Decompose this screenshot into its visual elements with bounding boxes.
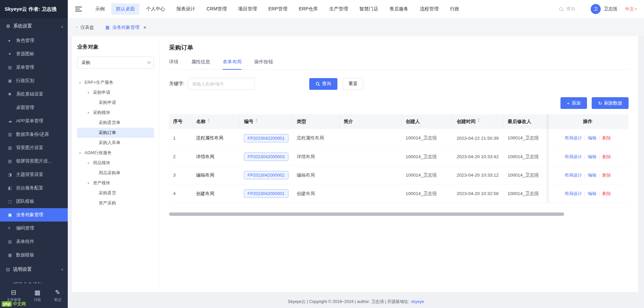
tree-node-asset-module[interactable]: ▾资产模块 [77,178,154,188]
separator: | [599,155,600,159]
tree-node-purchase-return[interactable]: 采购退货 [77,188,154,198]
sort-desc-icon[interactable]: ▼ [207,122,210,124]
caret-down-icon[interactable]: ▾ [79,151,85,155]
nav-item-erp-warehouse[interactable]: ERP仓库 [294,3,323,15]
layout-design-link[interactable]: 布局设计 [565,135,582,140]
sidebar-item-frontend-service-config[interactable]: ◧前台服务配置 [0,181,68,195]
global-search[interactable]: 查询 [559,6,575,12]
add-button[interactable]: + 添加 [560,97,587,109]
delete-link[interactable]: 删除 [602,191,611,196]
edit-link[interactable]: 编辑 [588,154,596,159]
sidebar-section-description-settings[interactable]: ⊡ 说明设置 ▾ [0,262,68,277]
edit-link[interactable]: 编辑 [588,191,596,196]
sidebar-item-data-template[interactable]: ▦数据模板 [0,248,68,262]
sidebar-item-role-management[interactable]: ●角色管理 [0,34,68,47]
delete-link[interactable]: 删除 [602,173,611,178]
nav-item-administration[interactable]: 行政 [445,3,464,15]
sort-desc-icon[interactable]: ▼ [255,122,258,124]
edit-link[interactable]: 编辑 [588,173,596,178]
database-icon: ▥ [8,132,16,137]
tree-search-input[interactable] [77,57,154,69]
caret-down-icon[interactable]: ▾ [88,161,93,165]
sidebar-item-code-management[interactable]: #编码管理 [0,222,68,235]
layout-design-link[interactable]: 布局设计 [565,154,582,159]
tree-node-supplies-module[interactable]: ▾用品模块 [77,158,154,168]
sidebar-item-app-menu-management[interactable]: ☁APP菜单管理 [0,114,68,128]
caret-down-icon[interactable]: ▾ [88,181,93,185]
delete-link[interactable]: 删除 [602,154,611,159]
tree-node-purchase-request[interactable]: 采购申请 [77,98,154,108]
sidebar-item-lockscreen-background[interactable]: ▧锁屏背景图片设... [0,155,68,168]
nav-item-after-sales[interactable]: 售后服务 [385,3,413,15]
layout-design-link[interactable]: 布局设计 [565,173,582,178]
code-badge[interactable]: FP2023042200001 [244,134,288,142]
hamburger-icon[interactable] [75,7,82,11]
tab-form-layout[interactable]: 表单布局 [223,59,241,69]
nav-item-example[interactable]: 示例 [91,3,109,15]
tab-details[interactable]: 详情 [169,59,178,69]
nav-item-project-management[interactable]: 项目管理 [233,3,262,15]
nav-item-personal-center[interactable]: 个人中心 [142,3,170,15]
tree-node-erp-production[interactable]: ▾ERP+生产服务 [77,77,154,87]
code-badge[interactable]: FP2023042000002 [244,171,288,179]
quick-item-file-management[interactable]: ⊟ 文件管理 [7,289,21,302]
language-selector[interactable]: 中文 ▾ [625,6,637,12]
caret-down-icon[interactable]: ▾ [88,91,93,95]
sidebar-item-menu-management[interactable]: ▤菜单管理 [0,61,68,74]
quick-item-calendar[interactable]: ▦ 日程 [34,289,41,302]
sidebar-item-resource-icons[interactable]: ✦资源图标 [0,47,68,61]
sidebar-item-business-object-management[interactable]: ▣业务对象管理 [0,208,68,222]
sidebar-section-project-business-planning[interactable]: ▭ 项目业务规划 ▾ [0,277,68,283]
clear-icon[interactable]: ⊗ [147,60,151,65]
edit-link[interactable]: 编辑 [588,135,596,140]
tree-node-asset-purchase[interactable]: 资产采购 [77,198,154,208]
code-badge[interactable]: FP2023042000001 [244,189,288,198]
caret-down-icon[interactable]: ▾ [88,111,93,115]
nav-item-production[interactable]: 生产管理 [324,3,353,15]
tree-node-purchase-request-group[interactable]: ▾采购申请 [77,87,154,98]
tab-business-object-management[interactable]: ▦ 业务对象管理 × [105,24,146,30]
tab-action-buttons[interactable]: 操作按钮 [254,59,273,69]
sidebar-item-system-base-settings[interactable]: ✱系统基础设置 [0,87,68,101]
tree-node-purchase-module[interactable]: ▾采购模块 [77,108,154,118]
tree-node-purchase-order[interactable]: 采购订单 [77,128,154,138]
sidebar-item-db-backup-restore[interactable]: ▥数据库备份/还原 [0,128,68,141]
sidebar-item-background-image-settings[interactable]: ▨背景图片设置 [0,141,68,155]
tree-node-adm-admin-service[interactable]: ▾ADM行政服务 [77,148,154,158]
quick-item-notes[interactable]: ✎ 笔记 [54,289,61,302]
code-badge[interactable]: FP2023042000003 [244,152,288,161]
nav-item-crm[interactable]: CRM管理 [202,3,231,15]
opensource-link[interactable]: skyeye [411,299,424,304]
caret-down-icon[interactable]: ▾ [79,81,85,84]
nav-item-report-design[interactable]: 报表设计 [172,3,200,15]
nav-item-smart-store[interactable]: 智慧门店 [355,3,383,15]
sidebar-item-theme-background[interactable]: ◨主题背景设置 [0,168,68,181]
tab-attribute-info[interactable]: 属性信息 [191,59,210,69]
tree-node-label: ADM行政服务 [85,150,112,156]
avatar[interactable]: 卫 [591,4,601,14]
sidebar-item-desktop-management[interactable]: 桌面管理 [0,101,68,114]
close-icon[interactable]: × [144,25,146,30]
delete-link[interactable]: 删除 [602,135,611,140]
reset-button[interactable]: 重置 [343,78,363,90]
search-button[interactable]: 查询 [309,78,337,90]
user-name[interactable]: 卫志强 [604,6,618,12]
refresh-button[interactable]: ↻ 刷新数据 [592,97,629,109]
scrollbar-thumb[interactable] [169,212,564,216]
tab-dashboard[interactable]: ◔ 仪表盘 [75,24,94,30]
sidebar-section-system-settings[interactable]: ⚙ 系统设置 ▴ [0,18,68,34]
tree-node-purchase-inbound-order[interactable]: 采购入库单 [77,138,154,148]
nav-item-erp[interactable]: ERP管理 [264,3,292,15]
sidebar-item-admin-region[interactable]: ▣行政区划 [0,74,68,87]
tree-node-supplies-purchase-order[interactable]: 用品采购单 [77,168,154,178]
sidebar-item-label: APP菜单管理 [16,118,43,124]
tree-node-purchase-return-order[interactable]: 采购退货单 [77,118,154,128]
keyword-input[interactable] [188,78,255,90]
add-button-label: 添加 [572,100,581,106]
sort-desc-icon[interactable]: ▼ [477,122,480,124]
sidebar-item-team-template[interactable]: ▢团队模板 [0,195,68,208]
layout-design-link[interactable]: 布局设计 [565,191,582,196]
sidebar-item-form-components[interactable]: ▤表单组件 [0,235,68,248]
nav-item-process-management[interactable]: 流程管理 [415,3,443,15]
nav-item-default-desktop[interactable]: 默认桌面 [111,3,140,15]
